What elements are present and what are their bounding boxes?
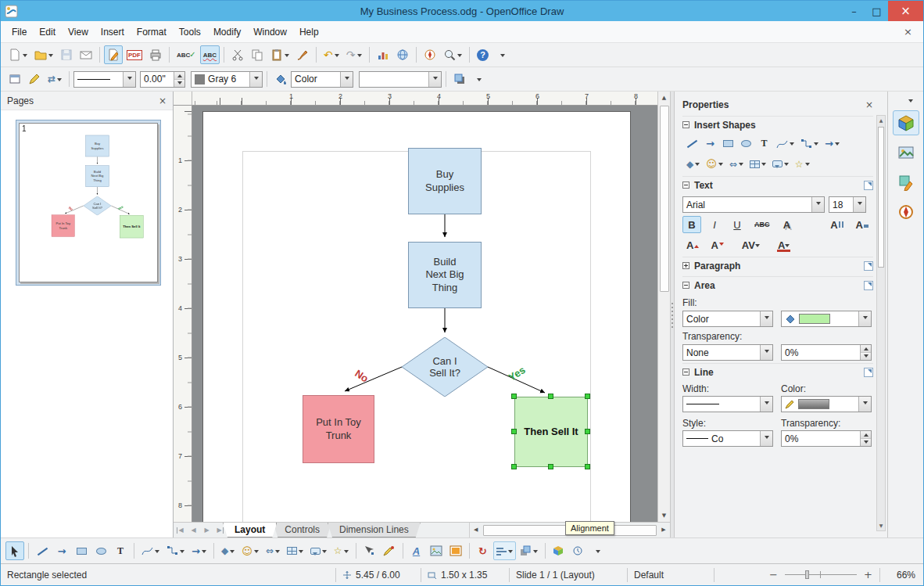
font-size-select[interactable]: 18 — [829, 196, 866, 213]
insert-line-button[interactable] — [684, 135, 700, 152]
title-bar[interactable]: My Business Process.odg - OpenOffice Dra… — [1, 1, 923, 21]
collapse-icon[interactable] — [682, 182, 689, 189]
increase-font-button[interactable]: A — [682, 236, 703, 253]
selection-handle-nw[interactable] — [511, 394, 517, 399]
menu-modify[interactable]: Modify — [207, 23, 247, 41]
basic-shapes-button[interactable]: ◆ — [684, 156, 702, 172]
close-button[interactable]: × — [888, 1, 923, 21]
redo-button[interactable]: ↷ — [343, 45, 365, 64]
flowchart-node-build-next-big-thing[interactable]: Build Next Big Thing — [408, 242, 482, 308]
paste-button[interactable] — [267, 45, 292, 64]
font-size-dropdown[interactable] — [853, 197, 865, 212]
selection-handle-ne[interactable] — [585, 394, 590, 399]
select-tool[interactable] — [5, 541, 24, 560]
insert-curve-button[interactable] — [774, 135, 797, 152]
flowchart-node-put-in-toy-trunk[interactable]: Put In Toy Trunk — [303, 395, 374, 463]
new-document-button[interactable] — [5, 45, 30, 64]
underline-button[interactable]: U — [728, 216, 747, 233]
drawbar-overflow-button[interactable] — [589, 541, 607, 560]
hyperlink-button[interactable] — [393, 45, 412, 64]
symbol-shapes-button[interactable]: ☺ — [704, 156, 725, 172]
tab-dimension-lines[interactable]: Dimension Lines — [328, 523, 421, 537]
chart-button[interactable] — [374, 45, 392, 64]
area-fill-type-select[interactable]: Color — [682, 311, 773, 327]
gallery-button[interactable] — [446, 541, 465, 560]
scroll-up-icon[interactable]: ▲ — [658, 92, 670, 104]
curve-tool[interactable] — [138, 541, 163, 560]
selection-handle-w[interactable] — [511, 429, 517, 434]
first-page-button[interactable]: ◀ — [174, 523, 187, 537]
vertical-scrollbar[interactable]: ▲ ▼ — [657, 92, 670, 522]
area-transparency-spinner[interactable] — [860, 345, 871, 360]
selection-handle-n[interactable] — [548, 394, 553, 399]
line-transparency-spinner[interactable] — [860, 431, 871, 446]
insert-lines-arrows-button[interactable]: → — [822, 135, 842, 152]
menu-format[interactable]: Format — [131, 23, 173, 41]
page-thumbnail-1[interactable]: 1 — [16, 120, 161, 286]
rectangle-tool[interactable] — [72, 541, 91, 560]
minimize-button[interactable]: – — [843, 1, 865, 21]
line-dialog-button[interactable] — [25, 70, 44, 88]
area-transparency-type-select[interactable]: None — [682, 344, 773, 361]
fill-color-dropdown[interactable] — [428, 72, 441, 87]
cut-button[interactable] — [228, 45, 247, 64]
flowchart-shapes-button[interactable] — [747, 156, 768, 172]
line-style-dropdown[interactable] — [123, 72, 135, 87]
arrange-button[interactable] — [517, 541, 541, 560]
collapse-icon[interactable] — [682, 282, 689, 289]
maximize-button[interactable]: □ — [865, 1, 888, 21]
alignment-button[interactable] — [493, 541, 516, 560]
ellipse-tool[interactable] — [91, 541, 110, 560]
undo-button[interactable]: ↶ — [321, 45, 342, 64]
menu-edit[interactable]: Edit — [33, 23, 62, 41]
line-style-select-2[interactable]: Co — [682, 430, 773, 447]
strikethrough-button[interactable]: ABC — [750, 216, 774, 233]
tab-layout[interactable]: Layout — [223, 523, 277, 537]
symbol-shapes-tool[interactable]: ☺ — [238, 541, 262, 560]
insert-rectangle-button[interactable] — [720, 135, 736, 152]
basic-shapes-tool[interactable]: ◆ — [218, 541, 238, 560]
font-name-select[interactable]: Arial — [682, 196, 825, 213]
line-style-select[interactable] — [73, 71, 136, 88]
from-file-button[interactable] — [427, 541, 446, 560]
clone-formatting-button[interactable] — [293, 45, 312, 64]
vertical-scroll-thumb[interactable] — [660, 106, 669, 292]
callouts-tool[interactable] — [307, 541, 330, 560]
next-page-button[interactable]: ▶ — [200, 523, 213, 537]
star-shapes-button[interactable]: ☆ — [793, 156, 812, 172]
vertical-ruler[interactable]: 1 2 3 4 5 6 7 8 — [174, 106, 192, 522]
connector-tool[interactable] — [163, 541, 188, 560]
menu-window[interactable]: Window — [247, 23, 293, 41]
block-arrows-tool[interactable]: ⇔ — [263, 541, 283, 560]
zoom-slider-thumb[interactable] — [805, 570, 809, 579]
selection-handle-se[interactable] — [585, 464, 590, 469]
fill-style-select[interactable]: Color — [291, 71, 353, 88]
drawing-page[interactable]: Buy Supplies Build Next Big Thing Can I … — [202, 111, 631, 522]
sidebar-tab-styles[interactable] — [893, 170, 919, 195]
expand-icon[interactable] — [682, 262, 689, 269]
arrow-style-button[interactable]: ⇄ — [45, 70, 65, 88]
line-width-input[interactable]: 0.00" — [140, 71, 185, 88]
character-spacing-button[interactable]: AV — [738, 236, 764, 253]
menu-insert[interactable]: Insert — [95, 23, 131, 41]
spelling-button[interactable]: ABC✓ — [174, 45, 199, 64]
text-dialog-launcher-icon[interactable] — [864, 181, 873, 190]
line-color-select-2[interactable] — [781, 396, 872, 412]
line-width-select[interactable] — [682, 396, 773, 412]
callout-shapes-button[interactable] — [770, 156, 791, 172]
collapse-icon[interactable] — [682, 368, 689, 376]
text-shadow-button[interactable]: A — [778, 216, 797, 233]
section-text[interactable]: Text — [682, 176, 873, 193]
close-document-icon[interactable]: × — [897, 26, 919, 38]
collapse-icon[interactable] — [682, 121, 689, 128]
decrease-font-button[interactable]: A — [707, 236, 727, 253]
scroll-left-icon[interactable]: ◀ — [470, 523, 482, 537]
sidebar-tab-gallery[interactable] — [893, 140, 919, 165]
insert-arrow-button[interactable]: → — [702, 135, 718, 152]
character-position-dialog-button[interactable]: A — [852, 216, 873, 233]
insert-text-button[interactable]: T — [756, 135, 772, 152]
rotate-button[interactable]: ↻ — [474, 541, 492, 560]
toolbar-overflow-button[interactable] — [493, 45, 512, 64]
bold-button[interactable]: B — [682, 216, 701, 233]
interaction-button[interactable] — [569, 541, 588, 560]
